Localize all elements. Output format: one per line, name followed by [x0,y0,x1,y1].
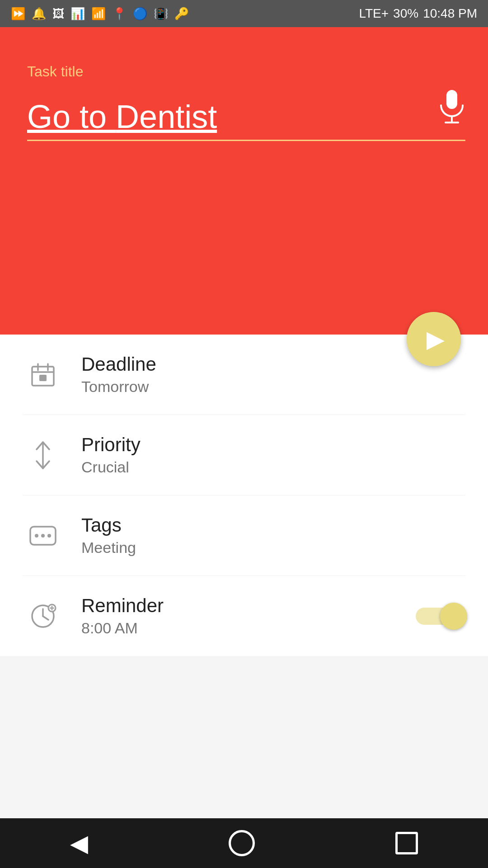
priority-subtitle: Crucial [81,458,465,476]
recents-button[interactable] [395,832,418,854]
image-icon: 🖼 [52,7,64,21]
home-icon [229,830,255,856]
bluetooth-icon: 🔵 [133,7,147,21]
recents-icon [395,832,418,854]
task-title-label: Task title [27,63,465,80]
fab-button[interactable]: ▶ [407,312,461,366]
list-item-priority[interactable]: Priority Crucial [23,415,465,495]
reminder-subtitle: 8:00 AM [81,619,416,637]
tags-content: Tags Meeting [81,514,465,557]
svg-point-12 [47,534,51,538]
status-icons-left: ⏩ 🔔 🖼 📊 📶 📍 🔵 📳 🔑 [11,7,189,21]
list-item-reminder[interactable]: Reminder 8:00 AM [23,576,465,656]
vpn-icon: 🔑 [174,7,189,21]
task-title-underlined: Dentist [116,99,217,135]
priority-icon [30,440,56,470]
battery-level: 30% [393,6,418,21]
header-area: Task title Go to Dentist ▶ [0,27,488,335]
priority-content: Priority Crucial [81,434,465,476]
tags-icon-container [23,515,63,556]
priority-icon-container [23,435,63,476]
priority-title: Priority [81,434,465,456]
notification-icon: 🔔 [32,7,46,21]
tags-icon [29,523,56,548]
reminder-content: Reminder 8:00 AM [81,595,416,637]
wifi-icon: 📶 [91,7,106,21]
content-area: Deadline Tomorrow Priority Crucial [0,335,488,656]
reminder-title: Reminder [81,595,416,617]
time: 10:48 PM [423,6,477,21]
tags-title: Tags [81,514,465,536]
deadline-icon-container [23,354,63,395]
list-item-deadline[interactable]: Deadline Tomorrow [23,335,465,415]
deadline-content: Deadline Tomorrow [81,354,465,396]
reminder-icon-container [23,596,63,637]
task-title-input-row[interactable]: Go to Dentist [27,89,465,141]
svg-rect-0 [446,90,457,109]
reminder-icon [29,603,56,630]
svg-point-11 [41,534,45,538]
calendar-icon [30,362,56,387]
back-icon: ◀ [70,830,88,857]
location-icon: 📍 [112,7,127,21]
back-button[interactable]: ◀ [70,830,88,857]
fab-arrow-icon: ▶ [427,326,445,353]
microphone-icon[interactable] [438,89,465,132]
reminder-toggle[interactable] [416,604,465,628]
chart-icon: 📊 [70,7,85,21]
bottom-navigation-bar: ◀ [0,818,488,868]
signal-strength: LTE+ [359,6,389,21]
svg-point-10 [35,534,38,538]
media-icon: ⏩ [11,7,25,21]
tags-subtitle: Meeting [81,539,465,557]
vibrate-icon: 📳 [154,7,168,21]
status-info-right: LTE+ 30% 10:48 PM [359,6,477,21]
svg-line-15 [43,616,48,620]
task-title-prefix: Go to [27,99,116,135]
home-button[interactable] [229,830,255,856]
list-item-tags[interactable]: Tags Meeting [23,495,465,576]
reminder-toggle-container[interactable] [416,604,465,628]
deadline-title: Deadline [81,354,465,375]
status-bar: ⏩ 🔔 🖼 📊 📶 📍 🔵 📳 🔑 LTE+ 30% 10:48 PM [0,0,488,27]
deadline-subtitle: Tomorrow [81,378,465,396]
task-title-text[interactable]: Go to Dentist [27,98,425,135]
toggle-thumb [440,603,467,630]
svg-rect-7 [39,375,47,381]
